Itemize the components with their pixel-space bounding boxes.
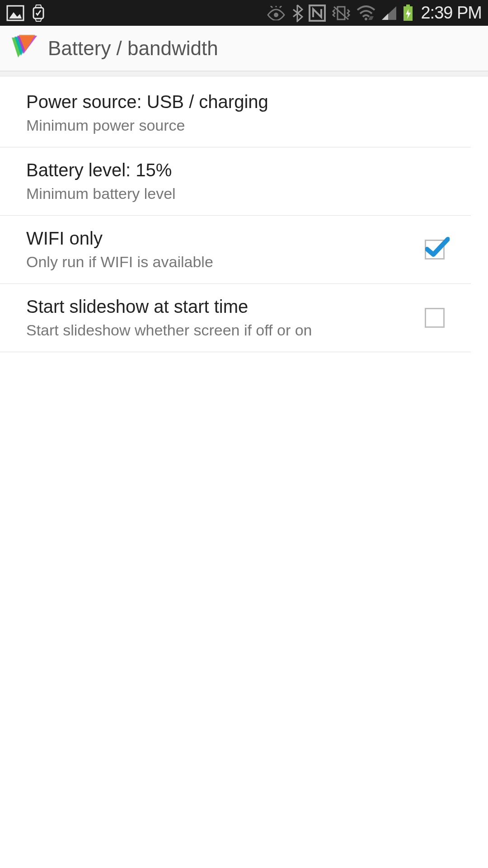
- image-icon: [6, 5, 24, 21]
- pref-power-source[interactable]: Power source: USB / charging Minimum pow…: [0, 79, 471, 147]
- pref-title: Power source: USB / charging: [26, 90, 444, 113]
- svg-point-10: [365, 18, 367, 20]
- header-divider: [0, 71, 488, 76]
- app-header: Battery / bandwidth: [0, 26, 488, 71]
- pref-wifi-only[interactable]: WIFI only Only run if WIFI is available: [0, 216, 471, 284]
- checkbox-wifi-only[interactable]: [425, 240, 445, 259]
- status-bar: 2:39 PM: [0, 0, 488, 26]
- pref-title: Start slideshow at start time: [26, 295, 416, 318]
- check-icon: [425, 236, 450, 258]
- page-title: Battery / bandwidth: [48, 37, 218, 60]
- nfc-icon: [309, 5, 326, 22]
- bluetooth-icon: [291, 4, 303, 22]
- signal-icon: [381, 5, 397, 21]
- pref-title: Battery level: 15%: [26, 158, 444, 182]
- pref-subtitle: Minimum power source: [26, 115, 444, 136]
- app-logo-icon: [8, 35, 37, 62]
- vibrate-icon: [331, 4, 351, 22]
- svg-point-3: [274, 13, 278, 17]
- watch-icon: [31, 4, 46, 22]
- svg-marker-1: [9, 12, 22, 19]
- svg-line-6: [280, 6, 282, 8]
- pref-subtitle: Minimum battery level: [26, 184, 444, 204]
- pref-subtitle: Start slideshow whether screen if off or…: [26, 320, 416, 341]
- svg-line-4: [271, 6, 272, 8]
- pref-subtitle: Only run if WIFI is available: [26, 252, 416, 273]
- battery-icon: [403, 5, 413, 22]
- pref-battery-level[interactable]: Battery level: 15% Minimum battery level: [0, 147, 471, 216]
- checkbox-start-slideshow[interactable]: [425, 308, 445, 328]
- pref-start-slideshow[interactable]: Start slideshow at start time Start slid…: [0, 284, 471, 352]
- preferences-list: Power source: USB / charging Minimum pow…: [0, 76, 488, 352]
- svg-marker-14: [382, 14, 388, 20]
- eye-icon: [266, 6, 286, 20]
- svg-rect-16: [406, 5, 410, 6]
- pref-title: WIFI only: [26, 226, 416, 250]
- wifi-icon: [357, 5, 375, 21]
- svg-line-9: [334, 7, 348, 19]
- status-time: 2:39 PM: [421, 3, 482, 23]
